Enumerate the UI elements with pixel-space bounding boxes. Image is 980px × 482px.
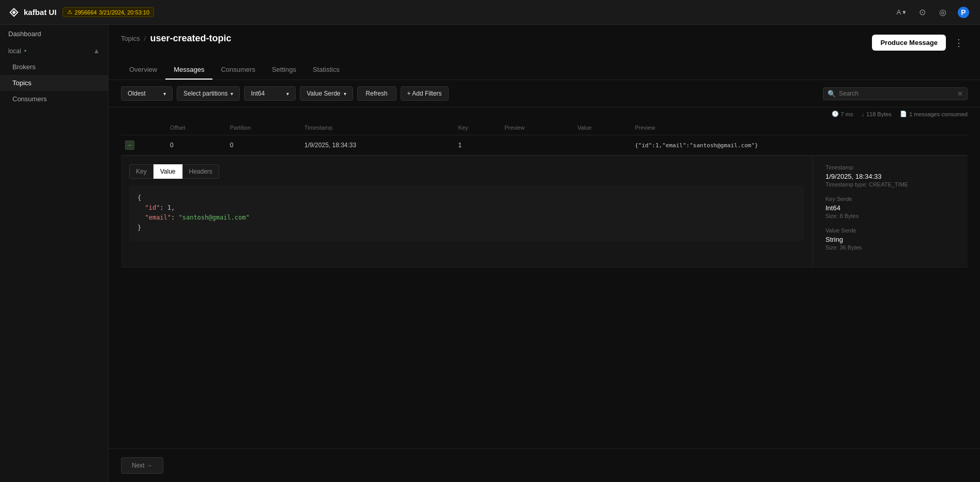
partition-select[interactable]: Select partitions ▾ [177,86,240,101]
table-row: − 0 0 1/9/2025, 18:34:33 1 {"id":1,"emai… [121,135,968,156]
value-serde-size: Size: 36 Bytes [825,244,955,251]
discord-button[interactable]: ◎ [935,4,951,21]
user-icon: A ▾ [897,8,907,16]
table-container: Offset Partition Timestamp Key Preview V… [109,120,980,448]
breadcrumb-parent[interactable]: Topics [121,35,140,42]
sidebar-item-brokers[interactable]: Brokers [0,59,108,75]
sidebar-cluster-section: local • ▲ [0,43,108,59]
value-preview-cell: {"id":1,"email":"santosh@gmail.com"} [631,135,968,156]
alert-id: 2956664 [74,9,97,15]
search-icon: 🔍 [828,90,836,98]
expanded-cell: Key Value Headers [121,156,968,268]
code-open-brace: { [137,194,141,201]
col-expand [121,120,166,135]
code-close-brace: } [137,224,141,231]
sidebar-cluster-label: local • [8,48,26,55]
timestamp-label: Timestamp [825,164,955,170]
expanded-row: Key Value Headers [121,156,968,268]
col-key: Key [454,120,500,135]
detail-key-serde: Key Serde Int64 Size: 8 Bytes [825,196,955,219]
content-header: Topics / user-created-topic Produce Mess… [109,25,980,80]
github-button[interactable]: ⊙ [914,4,930,21]
svg-marker-1 [12,10,16,14]
sidebar-item-consumers[interactable]: Consumers [0,91,108,107]
code-block: { "id": 1, "email": "santosh@gmail.com" … [129,185,804,241]
next-button[interactable]: Next → [121,457,163,474]
collapse-icon[interactable]: ▲ [93,47,100,55]
warning-icon: ⚠ [67,9,72,15]
expand-button[interactable]: − [125,141,134,150]
logo: kafbat UI [8,7,56,18]
value-serde-value: String [825,236,955,243]
detail-value-serde: Value Serde String Size: 36 Bytes [825,227,955,251]
add-filters-button[interactable]: + Add Filters [401,86,449,101]
timestamp-cell: 1/9/2025, 18:34:33 [300,135,454,156]
download-icon: ↓ [861,111,864,117]
tab-statistics[interactable]: Statistics [304,60,348,80]
header-actions: Produce Message ⋮ [872,35,968,51]
table-header: Offset Partition Timestamp Key Preview V… [121,120,968,135]
code-id-value: 1 [167,204,171,211]
tabs: Overview Messages Consumers Settings Sta… [121,60,968,80]
tab-overview[interactable]: Overview [121,60,165,80]
expanded-content: Key Value Headers [121,156,968,267]
github-icon: ⊙ [919,7,926,17]
partition-cell: 0 [226,135,300,156]
key-cell: 1 [454,135,500,156]
extra-button[interactable]: P [955,4,972,21]
tab-settings[interactable]: Settings [264,60,304,80]
code-id-key: "id" [145,204,160,211]
messages-stat: 📄 1 messages consumed [900,111,968,117]
discord-icon: ◎ [939,7,946,17]
serde-chevron-icon: ▾ [286,91,289,97]
key-serde-label: Key Serde [825,196,955,202]
breadcrumb-current: user-created-topic [150,33,231,44]
app-name: kafbat UI [24,8,56,17]
col-offset: Offset [166,120,226,135]
detail-tab-value[interactable]: Value [154,164,182,179]
sidebar-item-dashboard[interactable]: Dashboard [0,25,108,43]
code-email-value: "santosh@gmail.com" [178,214,249,221]
cluster-dot: • [24,48,26,55]
value-serde-select[interactable]: Value Serde ▾ [300,86,353,101]
topbar-right: A ▾ ⊙ ◎ P [893,4,972,21]
search-input[interactable] [839,90,954,97]
partition-chevron-icon: ▾ [231,91,233,97]
search-clear-button[interactable]: ✕ [957,90,963,98]
serde-select[interactable]: Int64 ▾ [244,86,296,101]
breadcrumb-separator: / [144,35,146,42]
refresh-button[interactable]: Refresh [357,86,396,101]
expand-cell: − [121,135,166,156]
col-partition: Partition [226,120,300,135]
logo-icon [8,7,20,18]
search-box: 🔍 ✕ [823,87,968,100]
detail-tabs: Key Value Headers [129,164,804,179]
content: Topics / user-created-topic Produce Mess… [109,25,980,482]
tab-consumers[interactable]: Consumers [212,60,263,80]
produce-message-button[interactable]: Produce Message [872,35,946,51]
timestamp-value: 1/9/2025, 18:34:33 [825,173,955,180]
col-value-preview: Preview [631,120,968,135]
toolbar: Oldest ▾ Select partitions ▾ Int64 ▾ Val… [109,80,980,107]
detail-tab-key[interactable]: Key [129,164,154,179]
stats-bar: 🕐 7 ms ↓ 118 Bytes 📄 1 messages consumed [109,107,980,120]
oldest-select[interactable]: Oldest ▾ [121,86,173,101]
expanded-left: Key Value Headers [121,156,813,267]
detail-tab-headers[interactable]: Headers [182,164,219,179]
bottom-bar: Next → [109,448,980,482]
timestamp-type: Timestamp type: CREATE_TIME [825,181,955,188]
table-body: − 0 0 1/9/2025, 18:34:33 1 {"id":1,"emai… [121,135,968,268]
col-value: Value [573,120,631,135]
col-key-preview: Preview [500,120,573,135]
more-options-button[interactable]: ⋮ [950,35,968,51]
code-email-key: "email" [145,214,171,221]
value-cell [573,135,631,156]
offset-cell: 0 [166,135,226,156]
bytes-stat: ↓ 118 Bytes [861,111,891,117]
col-timestamp: Timestamp [300,120,454,135]
tab-messages[interactable]: Messages [165,60,212,80]
user-menu-button[interactable]: A ▾ [893,4,910,21]
sidebar-item-topics[interactable]: Topics [0,75,108,91]
key-preview-cell [500,135,573,156]
breadcrumb: Topics / user-created-topic [121,33,232,44]
